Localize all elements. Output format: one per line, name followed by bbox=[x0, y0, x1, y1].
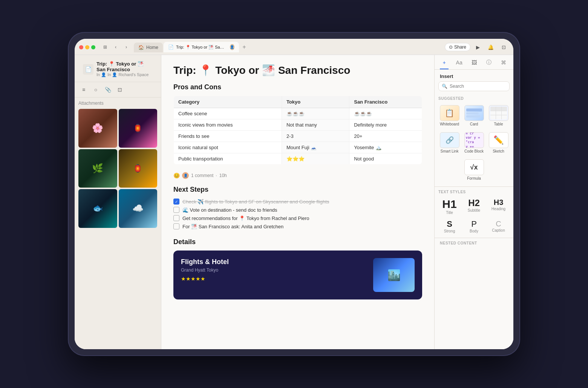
table-thumb bbox=[489, 105, 508, 121]
insert-grid-row1: 📋 Whiteboard Card bbox=[438, 104, 510, 128]
panel-tabs: + Aa 🖼 ⓘ ⌘ bbox=[435, 55, 513, 70]
checkbox-2[interactable] bbox=[173, 207, 179, 213]
col-header-sf: San Francisco bbox=[349, 96, 422, 108]
search-icon: 🔍 bbox=[442, 84, 447, 89]
shortcut-tab[interactable]: ⌘ bbox=[499, 59, 508, 69]
sidebar: 📄 Trip: 📍 Tokyo or 🌁 San Francisco In 👤I… bbox=[75, 55, 161, 349]
hotel-card[interactable]: Flights & Hotel Grand Hyatt Tokyo ★★★★★ … bbox=[173, 251, 422, 299]
body-preview: P bbox=[471, 220, 477, 228]
insert-formula[interactable]: √x Formula bbox=[464, 158, 484, 182]
style-caption[interactable]: C Caption bbox=[487, 218, 510, 235]
nav-forward-btn[interactable]: › bbox=[122, 43, 131, 51]
format-tab[interactable]: Aa bbox=[455, 59, 463, 69]
comment-time-value: 10h bbox=[219, 173, 227, 178]
table-row: Iconic views from movies Not that many D… bbox=[174, 119, 422, 131]
video-btn[interactable]: ▶ bbox=[473, 42, 483, 52]
sidebar-page-title: Trip: 📍 Tokyo or 🌁 San Francisco bbox=[96, 61, 153, 72]
style-h2[interactable]: H2 Subtitle bbox=[463, 197, 485, 216]
comment-row: 😊 👤 1 comment · 10h bbox=[173, 172, 422, 179]
style-h1[interactable]: H1 Title bbox=[438, 197, 461, 216]
tab-trip[interactable]: 📄 Trip: 📍 Tokyo or 🌁 San Francisco 👤 bbox=[164, 42, 239, 52]
pros-cons-table: Category Tokyo San Francisco Coffee scen… bbox=[173, 96, 422, 165]
page-icon: 📄 bbox=[83, 64, 93, 75]
list-item: 🌊 Vote on destination - send doc to frie… bbox=[173, 206, 422, 214]
insert-codeblock[interactable]: const x = crvar y = "cray += "foo" Code … bbox=[463, 131, 485, 155]
hotel-image: 🏙️ bbox=[373, 258, 415, 292]
h3-name: Heading bbox=[492, 207, 505, 211]
table-row: Friends to see 2-3 20+ bbox=[174, 131, 422, 142]
insert-smartlink[interactable]: 🔗 Smart Link bbox=[438, 131, 461, 155]
attachments-btn[interactable]: 📎 bbox=[103, 84, 113, 95]
checkbox-1[interactable]: ✓ bbox=[173, 199, 179, 205]
share-icon: ⊙ bbox=[449, 44, 453, 50]
share-button[interactable]: ⊙ Share bbox=[445, 43, 470, 51]
maximize-button[interactable] bbox=[91, 45, 95, 49]
list-item: ✓ Check ✈️ flights to Tokyo and SF on Sk… bbox=[173, 197, 422, 206]
hotel-location: Grand Hyatt Tokyo bbox=[181, 267, 229, 273]
comment-time: · bbox=[216, 173, 217, 178]
cell-coffee-tokyo: ☕☕☕ bbox=[282, 108, 349, 119]
cell-coffee-cat: Coffee scene bbox=[174, 108, 282, 119]
insert-sketch[interactable]: ✏️ Sketch bbox=[487, 131, 510, 155]
codeblock-label: Code Block bbox=[464, 149, 484, 153]
attachment-2[interactable] bbox=[119, 109, 158, 148]
browser-right-controls: ⊙ Share ▶ 🔔 ⊡ bbox=[445, 42, 509, 52]
insert-card[interactable]: Card bbox=[463, 104, 485, 128]
insert-whiteboard[interactable]: 📋 Whiteboard bbox=[438, 104, 461, 128]
insert-tab[interactable]: + bbox=[440, 59, 449, 69]
info-tab[interactable]: ⓘ bbox=[484, 59, 493, 69]
attachments-section: Attachments bbox=[75, 98, 161, 231]
cell-coffee-sf: ☕☕☕ bbox=[349, 108, 422, 119]
cell-transit-tokyo: ⭐⭐⭐ bbox=[282, 153, 349, 165]
attachments-label: Attachments bbox=[78, 101, 157, 106]
suggested-section: SUGGESTED 📋 Whiteboard Ca bbox=[435, 95, 513, 186]
next-steps-heading: Next Steps bbox=[173, 186, 422, 194]
layout-btn[interactable]: ⊡ bbox=[498, 42, 509, 52]
style-body[interactable]: P Body bbox=[463, 218, 485, 235]
sidebar-toggle-btn[interactable]: ⊞ bbox=[101, 43, 110, 51]
attachment-3[interactable] bbox=[78, 149, 117, 188]
style-strong[interactable]: S Strong bbox=[438, 218, 461, 235]
table-row: Coffee scene ☕☕☕ ☕☕☕ bbox=[174, 108, 422, 119]
caption-preview: C bbox=[496, 220, 501, 228]
minimize-button[interactable] bbox=[85, 45, 89, 49]
table-label: Table bbox=[494, 122, 503, 126]
tabs-row: 🏠 Home 📄 Trip: 📍 Tokyo or 🌁 San Francisc… bbox=[134, 42, 442, 52]
search-input[interactable] bbox=[450, 84, 506, 89]
checklist-text-3: Get recommendations for 📍 Tokyo from Rac… bbox=[182, 215, 309, 221]
attachment-1[interactable] bbox=[78, 109, 117, 148]
h1-name: Title bbox=[446, 211, 453, 215]
checklist-text-4: For 🌁 San Francisco ask: Anita and Gretc… bbox=[182, 224, 283, 229]
attachment-5[interactable] bbox=[78, 189, 117, 228]
close-button[interactable] bbox=[79, 45, 83, 49]
comment-count: 1 comment bbox=[191, 173, 213, 178]
nav-back-btn[interactable]: ‹ bbox=[111, 43, 120, 51]
search-box[interactable]: 🔍 bbox=[438, 81, 510, 91]
h1-preview: H1 bbox=[442, 199, 456, 210]
media-tab[interactable]: 🖼 bbox=[470, 59, 478, 69]
sidebar-page-item[interactable]: 📄 Trip: 📍 Tokyo or 🌁 San Francisco In 👤I… bbox=[79, 59, 156, 79]
history-btn[interactable]: ○ bbox=[90, 84, 101, 95]
formula-thumb: √x bbox=[464, 159, 484, 175]
export-btn[interactable]: ⊡ bbox=[115, 84, 125, 95]
attachment-4[interactable] bbox=[119, 149, 158, 188]
tab-add-btn[interactable]: + bbox=[240, 43, 249, 52]
checkbox-3[interactable] bbox=[173, 215, 179, 221]
attachment-6[interactable] bbox=[119, 189, 158, 228]
cell-friends-cat: Friends to see bbox=[174, 131, 282, 142]
h2-name: Subtitle bbox=[468, 208, 480, 212]
nested-content-label: NESTED CONTENT bbox=[435, 238, 513, 247]
checkbox-4[interactable] bbox=[173, 223, 179, 229]
tablet-frame: ⊞ ‹ › 🏠 Home 📄 Trip: 📍 Tokyo or 🌁 San Fr… bbox=[68, 32, 520, 356]
style-h3[interactable]: H3 Heading bbox=[487, 197, 510, 216]
card-label: Card bbox=[470, 122, 478, 126]
bell-btn[interactable]: 🔔 bbox=[485, 42, 496, 52]
insert-table[interactable]: Table bbox=[487, 104, 510, 128]
card-thumb bbox=[464, 105, 484, 121]
panel-section-label: Insert bbox=[435, 70, 513, 81]
text-styles-section: TEXT STYLES H1 Title H2 Subtitle H3 Head bbox=[435, 186, 513, 238]
hotel-card-text: Flights & Hotel Grand Hyatt Tokyo ★★★★★ bbox=[181, 258, 229, 282]
tab-home[interactable]: 🏠 Home bbox=[134, 43, 163, 52]
tab-home-favicon: 🏠 bbox=[138, 45, 144, 50]
list-view-btn[interactable]: ≡ bbox=[78, 84, 89, 95]
